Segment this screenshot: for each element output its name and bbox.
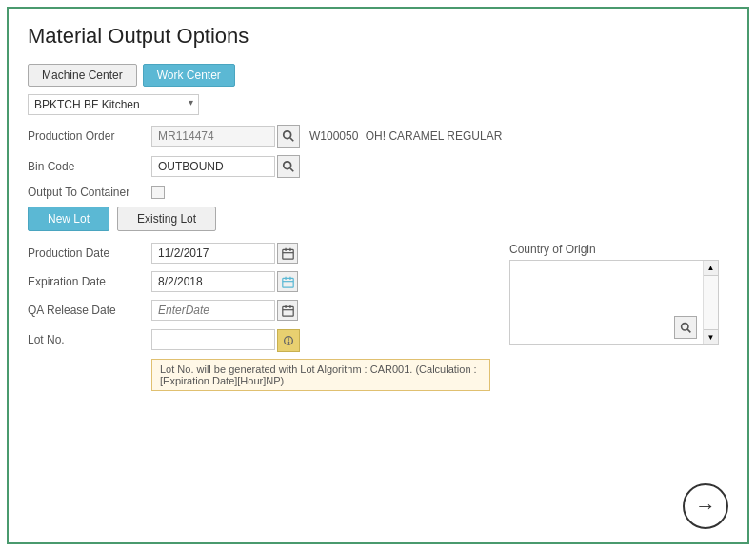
arrow-right-icon: →	[695, 494, 716, 519]
country-of-origin-box: ▲ ▼	[509, 260, 719, 345]
bpktch-dropdown-row: BPKTCH BF Kitchen	[28, 94, 728, 115]
country-scroll-track	[704, 276, 718, 329]
bin-code-label: Bin Code	[28, 160, 151, 173]
qa-release-date-calendar-button[interactable]	[277, 300, 298, 321]
lot-buttons-row: New Lot Existing Lot	[28, 207, 728, 231]
production-order-row: Production Order W100050 OH! CARAMEL REG…	[28, 125, 728, 148]
svg-rect-8	[282, 278, 292, 287]
production-order-input[interactable]	[151, 126, 275, 147]
lot-no-lookup-button[interactable]	[277, 329, 300, 352]
calendar-icon	[282, 276, 294, 288]
expiration-date-label: Expiration Date	[28, 275, 151, 288]
right-panel: Country of Origin ▲ ▼	[509, 243, 728, 391]
output-to-container-label: Output To Container	[28, 186, 151, 199]
dialog-title: Material Output Options	[28, 24, 728, 49]
production-order-label: Production Order	[28, 129, 151, 143]
svg-point-2	[284, 162, 291, 169]
lot-no-input[interactable]	[151, 329, 275, 350]
country-scrollbar: ▲ ▼	[703, 261, 718, 344]
lot-no-label: Lot No.	[28, 333, 151, 346]
expiration-date-input[interactable]	[151, 271, 275, 292]
svg-line-1	[290, 138, 294, 142]
svg-rect-12	[282, 306, 292, 316]
svg-rect-4	[282, 249, 292, 259]
search-icon	[282, 160, 295, 173]
calendar-icon	[282, 247, 294, 260]
svg-line-3	[290, 168, 294, 172]
center-toggle-row: Machine Center Work Center	[28, 64, 728, 87]
svg-line-20	[687, 329, 690, 332]
work-center-button[interactable]: Work Center	[143, 64, 235, 87]
svg-point-0	[284, 131, 291, 139]
facility-dropdown-wrapper: BPKTCH BF Kitchen	[28, 94, 199, 115]
svg-point-18	[288, 342, 288, 343]
output-to-container-checkbox[interactable]	[151, 186, 165, 199]
qa-release-date-input[interactable]	[151, 300, 275, 321]
production-order-info: W100050 OH! CARAMEL REGULAR	[309, 129, 502, 143]
production-date-input[interactable]	[151, 243, 275, 264]
country-search-icon	[680, 322, 692, 334]
new-lot-button[interactable]: New Lot	[28, 207, 109, 231]
calendar-icon	[282, 305, 294, 317]
bin-code-input[interactable]	[151, 156, 275, 177]
country-of-origin-label: Country of Origin	[509, 243, 728, 256]
country-scroll-up[interactable]: ▲	[704, 261, 718, 276]
bin-code-row: Bin Code	[28, 155, 728, 178]
country-scroll-down[interactable]: ▼	[704, 329, 718, 344]
production-date-row: Production Date	[28, 243, 490, 264]
qa-release-date-row: QA Release Date	[28, 300, 490, 321]
production-date-label: Production Date	[28, 246, 151, 260]
output-to-container-row: Output To Container	[28, 186, 728, 199]
qa-release-date-label: QA Release Date	[28, 304, 151, 317]
facility-dropdown[interactable]: BPKTCH BF Kitchen	[28, 94, 199, 115]
lot-no-row: Lot No.	[28, 328, 490, 351]
left-panel: Production Date Expiration Date	[28, 243, 490, 391]
existing-lot-button[interactable]: Existing Lot	[117, 207, 216, 231]
lot-no-tooltip: Lot No. will be generated with Lot Algor…	[151, 359, 490, 391]
country-search-button[interactable]	[674, 316, 697, 339]
production-order-search-button[interactable]	[277, 125, 300, 148]
next-button[interactable]: →	[683, 483, 728, 529]
svg-point-19	[681, 323, 687, 329]
machine-center-button[interactable]: Machine Center	[28, 64, 137, 87]
material-output-options-dialog: Material Output Options Machine Center W…	[7, 7, 749, 544]
bottom-navigation: →	[683, 483, 728, 529]
lookup-icon	[282, 334, 295, 347]
expiration-date-calendar-button[interactable]	[277, 271, 298, 292]
expiration-date-row: Expiration Date	[28, 271, 490, 292]
production-date-calendar-button[interactable]	[277, 243, 298, 264]
bin-code-search-button[interactable]	[277, 155, 300, 178]
search-icon	[282, 129, 295, 143]
main-content: Production Date Expiration Date	[28, 243, 728, 391]
